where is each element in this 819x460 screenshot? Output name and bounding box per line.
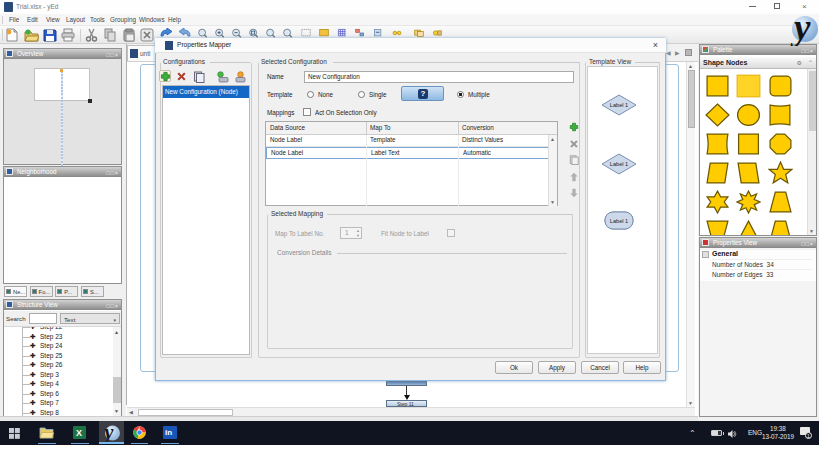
svg-text:y: y (104, 423, 114, 442)
svg-text:y: y (790, 12, 811, 46)
svg-text:Label 1: Label 1 (610, 218, 628, 224)
svg-text:Label 1: Label 1 (610, 161, 628, 167)
svg-text:Label 1: Label 1 (610, 102, 628, 108)
